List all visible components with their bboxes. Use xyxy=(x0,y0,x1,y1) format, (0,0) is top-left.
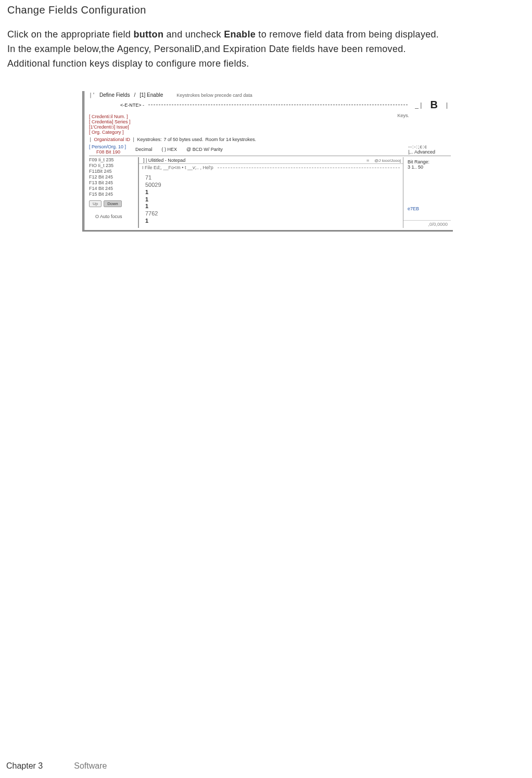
bar-icon: _ | xyxy=(415,101,422,109)
notepad-title: ] | Ulititled - Notepad xyxy=(143,158,185,163)
define-fields-label: Define Fields xyxy=(99,92,130,98)
field-button-cred-num[interactable]: [ Credenti:il Num. ] xyxy=(89,114,131,119)
equals-icon: = xyxy=(366,158,369,163)
f13-line[interactable]: F13 Bit 245 xyxy=(89,180,136,185)
enter-label: <-E-NTE> - xyxy=(120,103,144,108)
notepad-title-right: @J iooo!Joooj xyxy=(374,158,401,163)
f08-line: F08 Bit 190 xyxy=(96,149,126,155)
advanced-option[interactable]: |,.. Advanced xyxy=(408,149,435,155)
np-line: 7762 xyxy=(145,210,397,218)
bcd-radio[interactable]: @ BCD W/ Parity xyxy=(186,147,223,152)
f12-line[interactable]: F12 Bit 245 xyxy=(89,174,136,180)
np-line: 1 xyxy=(145,218,397,225)
dash-line xyxy=(218,168,400,168)
enable-checkbox-label[interactable]: [1] Enable xyxy=(140,92,163,98)
keystrokes-room: Room for 14 keystrokes. xyxy=(205,137,256,142)
field-button-org-category[interactable]: [ Org. Category ] xyxy=(89,130,131,135)
text-enable: Enable xyxy=(224,29,256,40)
keystrokes-used: 7 of 50 bytes used. xyxy=(163,137,203,142)
pipe-icon: | xyxy=(132,137,135,142)
hex-radio[interactable]: ( ) HEX xyxy=(162,147,178,152)
up-button[interactable]: Up xyxy=(89,200,102,207)
function-key-list: F09 Ii_t 235 FIO Ii_t 235 F11Bit 245 F12… xyxy=(89,157,136,227)
np-line: 50029 xyxy=(145,182,397,189)
bar-icon: | xyxy=(446,101,448,109)
body-para-2: In the example below,the Agency, Persona… xyxy=(7,42,526,56)
notepad-body: 71 50029 1 1 1 7762 1 xyxy=(139,171,403,227)
chapter-label: Chapter 3 xyxy=(6,761,43,771)
big-b-icon: B xyxy=(430,99,437,111)
decimal-radio[interactable]: Decimal xyxy=(135,147,153,152)
zero-status: ,0/0,0000 xyxy=(403,220,451,228)
software-label: Software xyxy=(74,761,107,771)
page-title: Change Fields Configuration xyxy=(7,4,526,16)
separator xyxy=(89,156,451,156)
auto-focus-option[interactable]: O Auto focus xyxy=(95,214,136,219)
body-para-1: Click on the appropriate field button an… xyxy=(7,28,526,41)
f09-line[interactable]: F09 Ii_t 235 xyxy=(89,157,136,162)
down-button[interactable]: Down xyxy=(104,200,121,207)
bit-range-value: 3 1.. 50 xyxy=(408,164,449,170)
text: to remove field data from being displaye… xyxy=(256,29,439,40)
text-button: button xyxy=(133,29,163,40)
np-line: 71 xyxy=(145,174,397,182)
pipe-icon: |' xyxy=(89,92,95,98)
field-button-cred-issue[interactable]: [1'Credenti:i] Issue] xyxy=(89,124,131,130)
keystrokes-label: Keystrokes: xyxy=(137,137,161,142)
f14-line[interactable]: F14 Bit 245 xyxy=(89,186,136,191)
f11-line[interactable]: F11Bit 245 xyxy=(89,169,136,174)
slash: / xyxy=(134,92,135,98)
np-line: 1 xyxy=(145,203,397,210)
f10-line[interactable]: FIO Ii_t 235 xyxy=(89,163,136,168)
np-line: 1 xyxy=(145,196,397,203)
embedded-screenshot: |' Define Fields / [1] Enable Keystrokes… xyxy=(82,91,453,231)
field-button-list: [ Credenti:il Num. ] [ Credentia] Series… xyxy=(89,114,131,135)
bit-range-label: Bit Range: xyxy=(408,159,449,164)
np-line: 1 xyxy=(145,189,397,196)
body-para-3: Additional function keys display to conf… xyxy=(7,57,526,70)
field-button-org-id[interactable]: Organizational ID xyxy=(94,137,130,142)
pipe-icon: | xyxy=(89,137,92,142)
notepad-menu[interactable]: I File Ed;, __Fo<m • t __v;.. , Hel'p xyxy=(142,165,213,170)
field-button-cred-series[interactable]: [ Credentia] Series ] xyxy=(89,119,131,124)
e7-value: e7EB xyxy=(408,206,451,211)
f15-line[interactable]: F15 Bit 245 xyxy=(89,192,136,197)
cc-text: --:-:;c:c xyxy=(408,144,427,149)
right-panel: Bit Range: 3 1.. 50 e7EB ,0/0,0000 xyxy=(403,157,451,227)
dash-line xyxy=(148,105,408,105)
text: Click on the appropriate field xyxy=(7,29,133,40)
field-button-person-org[interactable]: [ Person/Org. 10 ] xyxy=(89,144,126,149)
page-footer: Chapter 3 Software xyxy=(6,761,107,771)
keys-label: Keys. xyxy=(397,113,409,118)
notepad-window: ] | Ulititled - Notepad = @J iooo!Joooj … xyxy=(138,157,403,227)
text: and uncheck xyxy=(163,29,224,40)
keystrokes-header: Keystrokes below precede card data xyxy=(176,93,252,98)
